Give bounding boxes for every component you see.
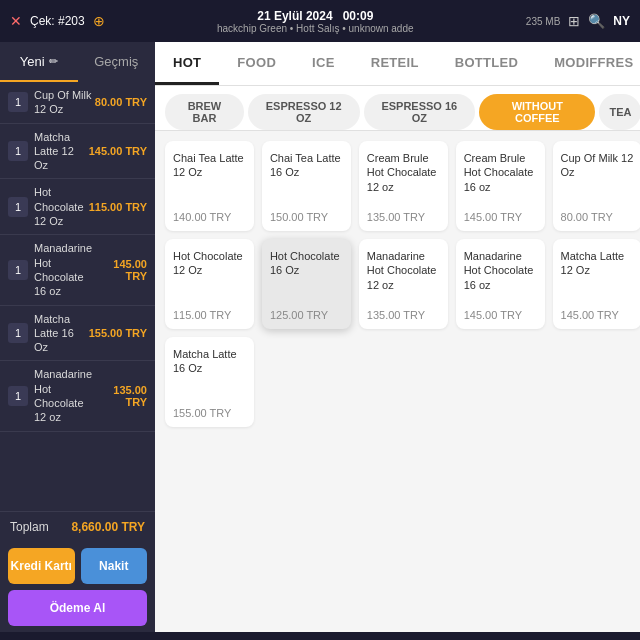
product-card[interactable]: Cup Of Milk 12 Oz 80.00 TRY (553, 141, 640, 231)
credit-card-button[interactable]: Kredi Kartı (8, 548, 75, 584)
payment-buttons: Kredi Kartı Nakit (0, 542, 155, 590)
product-card[interactable]: Chai Tea Latte 16 Oz 150.00 TRY (262, 141, 351, 231)
product-price: 125.00 TRY (270, 309, 343, 321)
product-name: Chai Tea Latte 16 Oz (270, 151, 343, 205)
product-card[interactable]: Chai Tea Latte 12 Oz 140.00 TRY (165, 141, 254, 231)
product-name: Matcha Latte 16 Oz (173, 347, 246, 401)
order-price: 80.00 TRY (95, 96, 147, 108)
check-label: Çek: #203 (30, 14, 85, 28)
top-bar: ✕ Çek: #203 ⊕ 21 Eylül 2024 00:09 hackch… (0, 0, 640, 42)
memory-display: 235 MB (526, 16, 560, 27)
order-price: 155.00 TRY (89, 327, 147, 339)
order-item[interactable]: 1 Manadarine Hot Chocolate 16 oz 145.00 … (0, 235, 155, 305)
product-price: 140.00 TRY (173, 211, 246, 223)
cat-tab-modiffres[interactable]: MODIFFRES (536, 42, 640, 85)
total-value: 8,660.00 TRY (71, 520, 145, 534)
product-name: Cream Brule Hot Chocalate 16 oz (464, 151, 537, 205)
product-name: Manadarine Hot Chocolate 12 oz (367, 249, 440, 303)
sub-tab-espresso-12-oz[interactable]: ESPRESSO 12 OZ (248, 94, 360, 130)
grid-icon[interactable]: ⊞ (568, 13, 580, 29)
product-price: 135.00 TRY (367, 309, 440, 321)
product-grid: Chai Tea Latte 12 Oz 140.00 TRY Chai Tea… (155, 131, 640, 632)
left-panel: Yeni ✏ Geçmiş 1 Cup Of Milk 12 Oz 80.00 … (0, 42, 155, 632)
order-price: 145.00 TRY (89, 145, 147, 157)
category-tabs: HOTFOODICERETEILBOTTLEDMODIFFRES (155, 42, 640, 86)
add-check-icon[interactable]: ⊕ (93, 13, 105, 29)
search-icon[interactable]: 🔍 (588, 13, 605, 29)
subtitle: hackchip Green • Hott Salış • unknown ad… (217, 23, 414, 34)
top-bar-left: ✕ Çek: #203 ⊕ (10, 13, 105, 29)
cat-tab-hot[interactable]: HOT (155, 42, 219, 85)
order-item[interactable]: 1 Matcha Latte 16 Oz 155.00 TRY (0, 306, 155, 362)
product-price: 145.00 TRY (561, 309, 634, 321)
total-row: Toplam 8,660.00 TRY (0, 511, 155, 542)
order-qty: 1 (8, 197, 28, 217)
tab-new[interactable]: Yeni ✏ (0, 42, 78, 82)
order-price: 115.00 TRY (89, 201, 147, 213)
sub-tab-brew-bar[interactable]: BREW BAR (165, 94, 244, 130)
order-qty: 1 (8, 141, 28, 161)
left-tabs: Yeni ✏ Geçmiş (0, 42, 155, 82)
product-name: Cream Brule Hot Chocalate 12 oz (367, 151, 440, 205)
close-button[interactable]: ✕ (10, 13, 22, 29)
order-list: 1 Cup Of Milk 12 Oz 80.00 TRY 1 Matcha L… (0, 82, 155, 511)
product-price: 135.00 TRY (367, 211, 440, 223)
ny-label: NY (613, 14, 630, 28)
product-name: Hot Chocolate 16 Oz (270, 249, 343, 303)
product-price: 150.00 TRY (270, 211, 343, 223)
order-qty: 1 (8, 323, 28, 343)
order-name: Matcha Latte 16 Oz (34, 312, 89, 355)
product-card[interactable]: Matcha Latte 12 Oz 145.00 TRY (553, 239, 640, 329)
order-item[interactable]: 1 Manadarine Hot Chocolate 12 oz 135.00 … (0, 361, 155, 431)
top-bar-center: 21 Eylül 2024 00:09 hackchip Green • Hot… (217, 9, 414, 34)
product-card[interactable]: Matcha Latte 16 Oz 155.00 TRY (165, 337, 254, 427)
sub-tabs: BREW BARESPRESSO 12 OZESPRESSO 16 OZWITH… (155, 86, 640, 131)
cat-tab-reteil[interactable]: RETEIL (353, 42, 437, 85)
order-name: Manadarine Hot Chocolate 16 oz (34, 241, 92, 298)
order-qty: 1 (8, 260, 28, 280)
product-card[interactable]: Cream Brule Hot Chocalate 12 oz 135.00 T… (359, 141, 448, 231)
product-card[interactable]: Hot Chocolate 16 Oz 125.00 TRY (262, 239, 351, 329)
cash-button[interactable]: Nakit (81, 548, 148, 584)
product-price: 145.00 TRY (464, 309, 537, 321)
order-name: Matcha Latte 12 Oz (34, 130, 89, 173)
product-price: 145.00 TRY (464, 211, 537, 223)
product-name: Manadarine Hot Chocolate 16 oz (464, 249, 537, 303)
order-name: Hot Chocolate 12 Oz (34, 185, 89, 228)
order-item[interactable]: 1 Hot Chocolate 12 Oz 115.00 TRY (0, 179, 155, 235)
right-panel: HOTFOODICERETEILBOTTLEDMODIFFRES BREW BA… (155, 42, 640, 632)
sub-tab-espresso-16-oz[interactable]: ESPRESSO 16 OZ (364, 94, 476, 130)
product-name: Chai Tea Latte 12 Oz (173, 151, 246, 205)
cat-tab-bottled[interactable]: BOTTLED (437, 42, 536, 85)
main-layout: Yeni ✏ Geçmiş 1 Cup Of Milk 12 Oz 80.00 … (0, 42, 640, 632)
product-card[interactable]: Hot Chocolate 12 Oz 115.00 TRY (165, 239, 254, 329)
order-price: 145.00 TRY (92, 258, 147, 282)
product-card[interactable]: Cream Brule Hot Chocalate 16 oz 145.00 T… (456, 141, 545, 231)
product-name: Matcha Latte 12 Oz (561, 249, 634, 303)
product-name: Hot Chocolate 12 Oz (173, 249, 246, 303)
time-display: 21 Eylül 2024 00:09 (257, 9, 373, 23)
product-price: 80.00 TRY (561, 211, 634, 223)
bottom-nav: ◄ ● ► (0, 632, 640, 640)
product-price: 155.00 TRY (173, 407, 246, 419)
product-name: Cup Of Milk 12 Oz (561, 151, 634, 205)
order-item[interactable]: 1 Cup Of Milk 12 Oz 80.00 TRY (0, 82, 155, 124)
total-label: Toplam (10, 520, 49, 534)
product-price: 115.00 TRY (173, 309, 246, 321)
tab-history[interactable]: Geçmiş (78, 42, 156, 82)
pay-now-button[interactable]: Ödeme Al (8, 590, 147, 626)
product-card[interactable]: Manadarine Hot Chocolate 12 oz 135.00 TR… (359, 239, 448, 329)
cat-tab-ice[interactable]: ICE (294, 42, 353, 85)
top-bar-right: 235 MB ⊞ 🔍 NY (526, 13, 630, 29)
order-price: 135.00 TRY (92, 384, 147, 408)
product-card[interactable]: Manadarine Hot Chocolate 16 oz 145.00 TR… (456, 239, 545, 329)
order-name: Manadarine Hot Chocolate 12 oz (34, 367, 92, 424)
sub-tab-without-coffee[interactable]: WITHOUT COFFEE (479, 94, 595, 130)
order-name: Cup Of Milk 12 Oz (34, 88, 95, 117)
edit-icon: ✏ (49, 55, 58, 68)
cat-tab-food[interactable]: FOOD (219, 42, 294, 85)
order-qty: 1 (8, 92, 28, 112)
order-qty: 1 (8, 386, 28, 406)
sub-tab-tea[interactable]: TEA (599, 94, 640, 130)
order-item[interactable]: 1 Matcha Latte 12 Oz 145.00 TRY (0, 124, 155, 180)
